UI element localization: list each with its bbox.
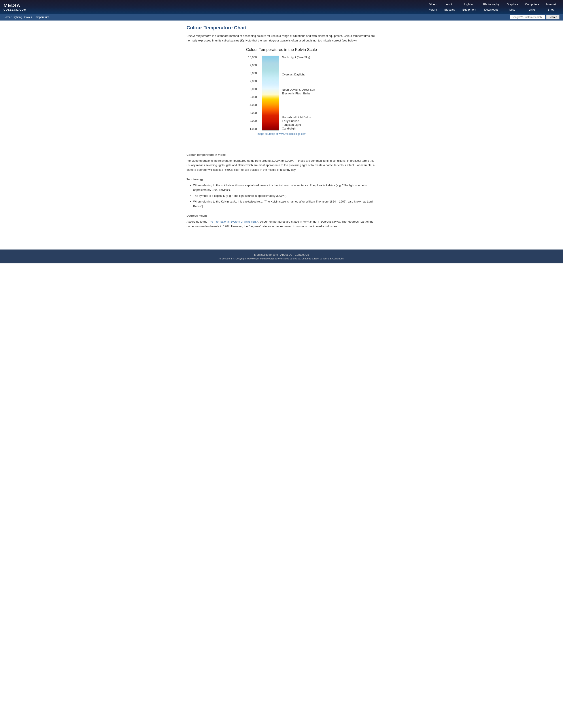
nav-sub-misc[interactable]: Misc bbox=[503, 7, 522, 12]
axis-1000: 1,000 bbox=[250, 127, 260, 131]
footer-link-contact[interactable]: Contact Us bbox=[295, 253, 309, 256]
nav-sub-glossary[interactable]: Glossary bbox=[441, 7, 459, 12]
site-logo[interactable]: MEDIA COLLEGE.COM bbox=[4, 3, 26, 11]
axis-tick bbox=[258, 121, 260, 121]
terminology-item-1: When referring to the unit kelvin, it is… bbox=[193, 183, 377, 192]
main-nav: VideoAudioLightingPhotographyGraphicsCom… bbox=[31, 2, 559, 12]
section-heading-degrees: Degrees kelvin bbox=[186, 214, 377, 217]
footer-link-about[interactable]: About Us bbox=[280, 253, 292, 256]
section-heading-video: Colour Temperature in Video bbox=[186, 153, 377, 156]
nav-item-video[interactable]: Video bbox=[425, 2, 441, 7]
search-area: Search bbox=[510, 15, 559, 19]
intro-text-3: is often used but is not technically cor… bbox=[288, 39, 358, 42]
nav-item-internet[interactable]: Internet bbox=[543, 2, 559, 7]
section-video: Colour Temperature in Video For video op… bbox=[186, 153, 377, 172]
color-temperature-bar bbox=[261, 56, 279, 131]
intro-text: Colour temperature is a standard method … bbox=[186, 34, 377, 43]
nav-item-audio[interactable]: Audio bbox=[441, 2, 459, 7]
axis-7000: 7,000 bbox=[250, 79, 260, 83]
nav-sub-forum[interactable]: Forum bbox=[425, 7, 441, 12]
degrees-text-before: According to the bbox=[186, 220, 208, 223]
axis-3000: 3,000 bbox=[250, 111, 260, 114]
chart-title: Colour Temperatures in the Kelvin Scale bbox=[186, 47, 377, 52]
kelvin-axis: 10,000 9,000 8,000 7,000 6,000 5,000 4,0… bbox=[248, 56, 261, 131]
nav-sub-shop[interactable]: Shop bbox=[543, 7, 559, 12]
nav-item-lighting[interactable]: Lighting bbox=[459, 2, 480, 7]
page-title: Colour Temperature Chart bbox=[186, 25, 377, 31]
site-header: MEDIA COLLEGE.COM VideoAudioLightingPhot… bbox=[0, 0, 563, 14]
terminology-list: When referring to the unit kelvin, it is… bbox=[193, 183, 377, 209]
intro-text-2: (K). Note that the term bbox=[239, 39, 269, 42]
spacer bbox=[282, 105, 315, 109]
chart-container: 10,000 9,000 8,000 7,000 6,000 5,000 4,0… bbox=[248, 56, 315, 131]
axis-tick bbox=[258, 73, 260, 73]
intro-italic-2: kelvins bbox=[230, 39, 239, 42]
logo-media: MEDIA bbox=[4, 3, 26, 8]
label-overcast: Overcast Daylight bbox=[282, 73, 315, 77]
axis-10000: 10,000 bbox=[248, 56, 260, 59]
terminology-item-3: When referring to the Kelvin scale, it i… bbox=[193, 199, 377, 209]
axis-9000: 9,000 bbox=[250, 64, 260, 67]
axis-2000: 2,000 bbox=[250, 119, 260, 122]
axis-4000: 4,000 bbox=[250, 103, 260, 107]
section-degrees: Degrees kelvin According to the The Inte… bbox=[186, 214, 377, 229]
label-household: Household Light BulbsEarly SunriseTungst… bbox=[282, 116, 315, 131]
breadcrumb-bar: Home : Lighting : Colour : Temperature S… bbox=[0, 14, 563, 21]
axis-tick bbox=[258, 81, 260, 81]
label-north-light: North Light (Blue Sky) bbox=[282, 56, 315, 59]
axis-tick bbox=[258, 105, 260, 105]
axis-5000: 5,000 bbox=[250, 95, 260, 99]
nav-sub-links[interactable]: Links bbox=[522, 7, 543, 12]
si-units-link[interactable]: The International System of Units (SI)↗ bbox=[208, 220, 258, 223]
axis-tick bbox=[258, 57, 260, 57]
footer-separator-1: - bbox=[278, 253, 280, 256]
nav-sub-downloads[interactable]: Downloads bbox=[480, 7, 503, 12]
search-button[interactable]: Search bbox=[546, 15, 559, 19]
nav-item-graphics[interactable]: Graphics bbox=[503, 2, 522, 7]
chart-section: Colour Temperatures in the Kelvin Scale … bbox=[186, 47, 377, 135]
main-content: Colour Temperature Chart Colour temperat… bbox=[180, 21, 383, 236]
section-video-body: For video operations the relevant temper… bbox=[186, 159, 377, 172]
label-noon: Noon Daylight, Direct SunElectronic Flas… bbox=[282, 88, 315, 96]
section-terminology: Terminology When referring to the unit k… bbox=[186, 178, 377, 209]
search-input[interactable] bbox=[510, 15, 545, 19]
axis-tick bbox=[258, 113, 260, 113]
footer-link-home[interactable]: MediaCollege.com bbox=[254, 253, 278, 256]
site-footer: MediaCollege.com - About Us - Contact Us… bbox=[0, 250, 563, 263]
section-degrees-body: According to the The International Syste… bbox=[186, 220, 377, 229]
logo-college: COLLEGE.COM bbox=[4, 8, 26, 11]
section-heading-terminology: Terminology bbox=[186, 178, 377, 181]
nav-sub-equipment[interactable]: Equipment bbox=[459, 7, 480, 12]
footer-separator-2: - bbox=[293, 253, 295, 256]
axis-6000: 6,000 bbox=[250, 87, 260, 91]
chart-credit[interactable]: Image courtesy of www.mediacollege.com bbox=[186, 132, 377, 135]
axis-tick bbox=[258, 65, 260, 65]
terminology-item-2: The symbol is a capital K (e.g. "The lig… bbox=[193, 194, 377, 198]
axis-8000: 8,000 bbox=[250, 71, 260, 75]
footer-line1: MediaCollege.com - About Us - Contact Us bbox=[4, 253, 559, 256]
footer-line2: All content is © Copyright Wavelength Me… bbox=[4, 257, 559, 260]
nav-item-computers[interactable]: Computers bbox=[522, 2, 543, 7]
nav-item-photography[interactable]: Photography bbox=[480, 2, 503, 7]
breadcrumb[interactable]: Home : Lighting : Colour : Temperature bbox=[4, 16, 49, 19]
intro-italic-1: Colour temperature bbox=[186, 34, 211, 38]
chart-labels: North Light (Blue Sky) Overcast Daylight… bbox=[279, 56, 315, 131]
intro-italic-3: degrees kelvin bbox=[269, 39, 288, 42]
